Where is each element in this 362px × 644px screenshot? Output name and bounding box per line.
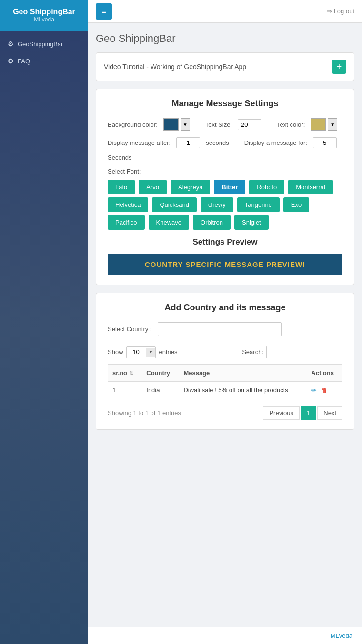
font-btn-tangerine[interactable]: Tangerine: [237, 197, 280, 212]
col-country: Country: [141, 365, 179, 382]
display-after-input[interactable]: [176, 137, 200, 148]
display-for-label: Display a message for:: [244, 139, 307, 146]
pagination-buttons: Previous 1 Next: [263, 406, 342, 420]
show-label: Show: [108, 348, 123, 356]
pagination-info: Showing 1 to 1 of 1 entries: [108, 409, 181, 417]
col-message: Message: [179, 365, 306, 382]
gear-icon-faq: ⚙: [8, 57, 14, 65]
font-btn-chewy[interactable]: chewy: [201, 197, 233, 212]
topbar: ≡ ⇒ Log out: [88, 0, 362, 23]
add-country-card: Add Country and its message Select Count…: [96, 293, 354, 430]
sidebar-nav: ⚙ GeoShippingBar ⚙ FAQ: [0, 31, 88, 74]
video-tutorial-bar: Video Tutorial - Working of GeoShippingB…: [96, 52, 354, 81]
search-input[interactable]: [266, 346, 342, 358]
sidebar-item-faq[interactable]: ⚙ FAQ: [0, 52, 88, 70]
entries-label: entries: [159, 348, 177, 356]
delete-icon[interactable]: 🗑: [321, 387, 327, 394]
sidebar-item-geoshippingbar[interactable]: ⚙ GeoShippingBar: [0, 35, 88, 52]
font-btn-exo[interactable]: Exo: [283, 197, 309, 212]
sidebar-item-label: GeoShippingBar: [18, 41, 63, 48]
font-buttons-row3: Pacifico Knewave Orbitron Sniglet: [108, 215, 342, 230]
page-1-button[interactable]: 1: [301, 406, 316, 420]
font-btn-arvo[interactable]: Arvo: [139, 180, 167, 194]
font-buttons: Lato Arvo Alegreya Bitter Roboto Montser…: [108, 180, 342, 194]
add-country-title: Add Country and its message: [108, 303, 342, 313]
gear-icon: ⚙: [8, 40, 14, 48]
background-color-picker[interactable]: ▼: [163, 118, 190, 131]
sidebar-item-label-faq: FAQ: [18, 58, 30, 65]
font-btn-pacifico[interactable]: Pacifico: [108, 215, 145, 230]
font-btn-lato[interactable]: Lato: [108, 180, 135, 194]
font-btn-orbitron[interactable]: Orbitron: [193, 215, 231, 230]
background-color-dropdown[interactable]: ▼: [181, 118, 190, 131]
select-country-input[interactable]: [158, 322, 282, 336]
main-wrapper: ≡ ⇒ Log out Geo ShippingBar Video Tutori…: [88, 0, 362, 644]
text-color-picker[interactable]: ▼: [311, 118, 337, 131]
search-wrapper: Search:: [242, 346, 342, 358]
background-color-label: Background color:: [108, 121, 158, 128]
col-country-label: Country: [146, 369, 170, 377]
text-size-label: Text Size:: [205, 121, 232, 128]
hamburger-button[interactable]: ≡: [96, 3, 112, 20]
preview-title: Settings Preview: [108, 237, 342, 247]
show-entries: Show ▼ entries: [108, 346, 177, 358]
table-row: 1 India Diwali sale ! 5% off on all the …: [108, 382, 342, 399]
action-icons: ✏ 🗑: [311, 387, 338, 394]
logout-label: Log out: [334, 8, 354, 15]
sidebar: Geo ShippingBar MLveda ⚙ GeoShippingBar …: [0, 0, 88, 644]
text-color-dropdown[interactable]: ▼: [328, 118, 337, 131]
font-btn-helvetica[interactable]: Helvetica: [108, 197, 148, 212]
plus-icon: +: [337, 62, 342, 72]
entries-select-wrapper[interactable]: ▼: [126, 346, 156, 358]
background-color-box[interactable]: [163, 118, 179, 131]
cell-message: Diwali sale ! 5% off on all the products: [179, 382, 306, 399]
country-table: sr.no ⇅ Country Message Actions: [108, 364, 342, 399]
font-btn-knewave[interactable]: Knewave: [149, 215, 189, 230]
video-tutorial-text: Video Tutorial - Working of GeoShippingB…: [104, 63, 246, 71]
cell-srno: 1: [108, 382, 141, 399]
edit-icon[interactable]: ✏: [311, 387, 317, 394]
entries-input[interactable]: [127, 347, 146, 358]
col-srno-label: sr.no: [112, 369, 127, 377]
plus-button[interactable]: +: [332, 60, 346, 74]
settings-card: Manage Message Settings Background color…: [96, 89, 354, 285]
col-srno: sr.no ⇅: [108, 365, 141, 382]
display-for-input[interactable]: [313, 137, 337, 148]
table-body: 1 India Diwali sale ! 5% off on all the …: [108, 382, 342, 399]
font-btn-bitter[interactable]: Bitter: [214, 180, 245, 194]
table-head: sr.no ⇅ Country Message Actions: [108, 365, 342, 382]
sort-icon-srno[interactable]: ⇅: [129, 370, 133, 376]
font-btn-montserrat[interactable]: Montserrat: [288, 180, 333, 194]
page-title: Geo ShippingBar: [96, 32, 354, 45]
logout-button[interactable]: ⇒ Log out: [327, 8, 354, 15]
font-btn-quicksand[interactable]: Quicksand: [152, 197, 196, 212]
table-header-row: sr.no ⇅ Country Message Actions: [108, 365, 342, 382]
select-country-label: Select Country :: [108, 326, 152, 333]
country-select-row: Select Country :: [108, 322, 342, 336]
text-color-label: Text color:: [277, 121, 305, 128]
font-btn-alegreya[interactable]: Alegreya: [171, 180, 210, 194]
previous-button[interactable]: Previous: [263, 406, 300, 420]
sidebar-header: Geo ShippingBar MLveda: [0, 0, 88, 31]
preview-bar: COUNTRY SPECIFIC MESSAGE PREVIEW!: [108, 254, 342, 275]
logout-icon: ⇒: [327, 8, 332, 15]
settings-row-timing: Display message after: seconds Display a…: [108, 137, 342, 161]
text-color-box[interactable]: [311, 118, 326, 131]
select-font-label: Select Font:: [108, 168, 342, 175]
cell-actions: ✏ 🗑: [306, 382, 342, 399]
search-label: Search:: [242, 348, 263, 356]
display-for-unit: Seconds: [108, 154, 132, 161]
content-area: Geo ShippingBar Video Tutorial - Working…: [88, 23, 362, 627]
text-size-input[interactable]: [238, 119, 261, 130]
display-after-label: Display message after:: [108, 139, 171, 146]
next-button[interactable]: Next: [317, 406, 342, 420]
font-btn-sniglet[interactable]: Sniglet: [234, 215, 269, 230]
font-btn-roboto[interactable]: Roboto: [249, 180, 284, 194]
footer: MLveda: [88, 627, 362, 644]
pagination-row: Showing 1 to 1 of 1 entries Previous 1 N…: [108, 406, 342, 420]
entries-dropdown-arrow[interactable]: ▼: [146, 348, 156, 357]
settings-row-colors: Background color: ▼ Text Size: Text colo…: [108, 118, 342, 131]
sidebar-sub-name: MLveda: [6, 16, 82, 23]
hamburger-icon: ≡: [101, 7, 106, 16]
topbar-left: ≡: [96, 3, 112, 20]
